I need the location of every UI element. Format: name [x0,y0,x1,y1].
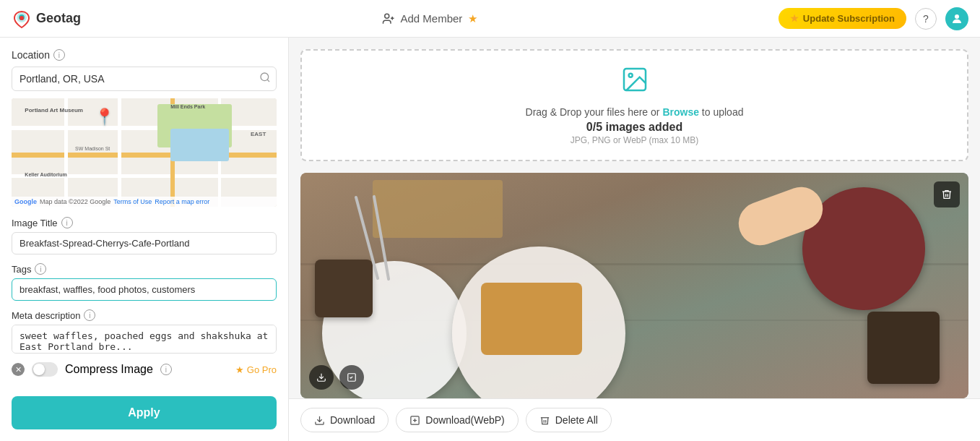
download-btn-label: Download [330,414,375,426]
upload-icon [620,65,649,100]
image-title-info-icon[interactable]: i [61,217,73,228]
location-info-icon[interactable]: i [53,49,65,61]
svg-point-2 [19,16,24,20]
download-icon [316,372,326,382]
webp-image-btn[interactable] [339,365,364,390]
add-member-btn[interactable]: Add Member ★ [382,12,478,25]
map-data-label: Map data ©2022 Google [40,198,110,205]
download-btn[interactable]: Download [300,408,389,432]
help-btn[interactable]: ? [915,8,937,30]
apply-btn[interactable]: Apply [12,396,277,429]
logo-text: Geotag [36,11,81,26]
report-link[interactable]: Report a map error [155,198,209,205]
header-left: Geotag [12,9,81,29]
search-icon [259,72,271,83]
image-convert-icon [347,372,357,382]
location-input-wrap [12,67,277,91]
upload-image-icon [620,65,649,94]
map-label-east: EAST [251,131,266,137]
tags-label: Tags i [12,263,277,275]
trash-icon [941,189,953,200]
update-subscription-btn[interactable]: ★ Update Subscription [779,8,906,29]
upload-text: Drag & Drop your files here or Browse to… [526,106,744,118]
logo-icon [12,9,32,29]
download-webp-icon [409,415,420,426]
google-logo: Google [14,198,37,205]
browse-link[interactable]: Browse [662,106,699,118]
go-pro-label: Go Pro [247,364,277,375]
compress-info-icon[interactable]: i [160,364,172,375]
header: Geotag Add Member ★ ★ Update Subscriptio… [0,0,980,38]
help-icon: ? [923,13,929,25]
download-btn-icon [314,415,325,426]
location-section-label: Location i [12,49,277,61]
toggle-knob [33,364,45,375]
update-subscription-label: Update Subscription [803,13,895,24]
svg-point-10 [628,74,632,77]
compress-toggle[interactable] [32,362,58,377]
tags-input[interactable] [12,278,277,301]
map-sim: Portland Art Museum Mill Ends Park Kelle… [12,98,277,207]
upload-count: 0/5 images added [586,121,682,134]
map-pin: 📍 [95,108,114,127]
upload-main-text: Drag & Drop your files here or [526,106,663,118]
download-webp-btn[interactable]: Download(WebP) [396,408,518,432]
update-star-icon: ★ [790,13,799,24]
upload-hint: JPG, PNG or WebP (max 10 MB) [571,135,699,145]
food-image [300,173,968,398]
tags-info-icon[interactable]: i [35,263,46,275]
main-layout: Location i [0,38,980,441]
delete-all-icon [539,415,550,426]
apply-label: Apply [128,406,160,419]
left-panel: Location i [0,38,289,441]
map-street-label: SW Madison St [75,146,110,151]
tags-label-text: Tags [12,264,31,275]
user-icon [950,12,963,25]
map-road [12,153,277,158]
download-image-btn[interactable] [309,365,334,390]
star-icon: ★ [468,12,477,25]
map-water [170,129,229,161]
image-preview-container [300,173,968,398]
location-label: Location [12,49,50,61]
map-label-museum: Portland Art Museum [25,107,83,114]
bottom-bar: Download Download(WebP) Delete All [289,398,980,441]
map-road [12,126,277,130]
svg-point-3 [384,14,389,18]
waffle [481,283,582,355]
cup-1 [315,260,373,317]
compress-x-btn[interactable]: ✕ [12,363,25,376]
add-member-icon [382,12,395,25]
cup-2 [867,312,940,384]
meta-description-input[interactable]: sweet waffles, poached eggs and shakshuk… [12,325,277,354]
terms-link[interactable]: Terms of Use [113,198,152,205]
svg-point-6 [955,14,959,19]
download-webp-label: Download(WebP) [425,414,504,426]
map-label-auditorium: Keller Auditorium [25,172,66,177]
logo[interactable]: Geotag [12,9,81,29]
location-input[interactable] [12,67,277,91]
right-panel: Drag & Drop your files here or Browse to… [289,38,980,441]
compress-image-label: Compress Image [65,363,153,376]
delete-image-btn[interactable] [934,181,960,207]
header-right: ★ Update Subscription ? [779,7,968,30]
upload-after-browse: to upload [699,106,744,118]
image-title-input[interactable] [12,232,277,254]
map-label-park: Mill Ends Park [170,104,205,109]
go-pro-link[interactable]: ★ Go Pro [235,364,277,375]
meta-description-label-text: Meta description [12,310,80,321]
add-member-label: Add Member [401,12,463,25]
delete-all-btn[interactable]: Delete All [526,408,612,432]
map-road [64,98,68,207]
delete-all-label: Delete All [555,414,598,426]
upload-zone[interactable]: Drag & Drop your files here or Browse to… [300,49,968,161]
svg-point-7 [261,73,269,81]
image-title-label: Image Title i [12,217,277,228]
image-title-label-text: Image Title [12,218,58,228]
meta-description-label: Meta description i [12,309,277,321]
location-search-btn[interactable] [259,72,271,86]
map-container[interactable]: Portland Art Museum Mill Ends Park Kelle… [12,98,277,207]
meta-info-icon[interactable]: i [84,309,95,321]
user-btn[interactable] [945,7,968,30]
compress-image-row: ✕ Compress Image i ★ Go Pro [12,362,277,377]
